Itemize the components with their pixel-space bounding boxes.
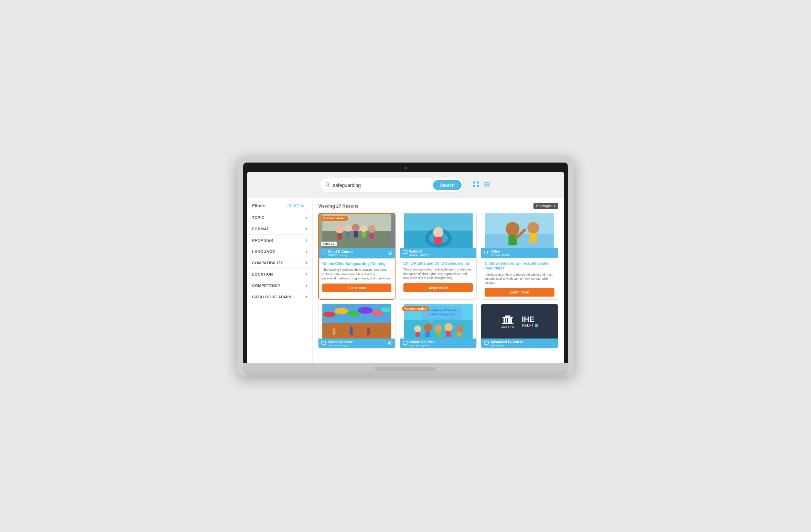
card-4-type-label: Short E-Course [328,340,353,344]
svg-rect-17 [354,231,358,237]
card-6-type-info: Advanced E-Course IHE DELFT [490,340,523,347]
svg-point-18 [360,225,367,232]
filter-format[interactable]: FORMAT ▾ [247,223,312,234]
card-4[interactable]: Short E-Course UNICEF activity [318,304,396,348]
svg-line-1 [328,185,330,186]
search-button[interactable]: Search [433,180,462,190]
card-5[interactable]: Its an Adolescent Participation and Civi… [400,304,477,348]
svg-rect-85 [510,318,512,323]
card-4-type-bar: Short E-Course UNICEF activity [318,339,395,348]
filters-header: Filters RESET ALL [247,203,312,212]
svg-rect-55 [350,326,353,335]
svg-rect-87 [505,315,510,317]
card-1-title: Online Child Safeguarding Training [322,261,391,266]
svg-point-70 [424,323,432,332]
svg-rect-43 [484,251,487,254]
filter-provider[interactable]: PROVIDER ▾ [247,234,312,246]
svg-rect-39 [509,235,517,245]
card-2-title: Child Rights and Child Safeguarding [403,261,473,266]
card-6[interactable]: UNESCO IHE DELFT [481,304,558,348]
svg-rect-78 [403,341,407,344]
card-1-learn-more[interactable]: Learn more [322,284,391,292]
chevron-down-icon: ▾ [305,215,307,220]
svg-rect-86 [502,323,513,324]
svg-point-47 [323,312,335,317]
card-4-type-sub: UNICEF activity [328,344,353,347]
svg-rect-75 [446,331,451,337]
chevron-down-icon: ▾ [305,261,307,265]
card-3-desc: Introduction on how to recruit the safes… [485,273,554,286]
filter-catalogue-admin[interactable]: CATALOGUE ADMIN ▾ [247,291,312,302]
online-icon-5 [403,341,408,346]
download-icon [388,251,392,256]
svg-point-14 [345,225,352,232]
svg-rect-84 [508,318,510,323]
svg-rect-13 [337,233,342,240]
chevron-down-icon: ▾ [305,283,307,288]
card-1-type-label: Short E-Course [328,250,353,254]
card-2[interactable]: Webinar UNICEF activity Child Rights and… [400,213,477,300]
card-3-learn-more[interactable]: Learn more [485,288,554,297]
svg-rect-7 [484,184,490,185]
recommended-badge-5: Recommended [402,306,429,311]
filter-location[interactable]: LOCATION ▾ [247,268,312,280]
download-icon-4 [388,341,392,346]
results-header: Viewing 27 Results Catalogue × [318,203,558,209]
filter-catalogue-admin-label: CATALOGUE ADMIN [252,295,291,299]
svg-rect-19 [361,232,366,237]
card-1-type-bar: Short E-Course UNICEF activity [319,248,395,258]
svg-rect-54 [333,328,335,335]
svg-point-20 [368,225,375,233]
svg-point-41 [528,222,539,234]
svg-point-38 [506,222,520,236]
chevron-down-icon: ▾ [305,272,307,277]
card-3-body: Child safeguarding - recruiting safe can… [481,258,558,299]
unicef-logo: UNICEF [321,242,337,246]
card-3-type-left: Video UNICEF activity [484,250,510,256]
results-count: Viewing 27 Results [318,203,359,209]
card-1-type-sub: UNICEF activity [328,254,353,257]
filter-competency[interactable]: COMPETENCY ▾ [247,280,312,291]
svg-point-16 [352,224,359,231]
laptop-screen: Search [247,172,564,363]
card-3[interactable]: Video UNICEF activity Child safeguarding… [481,213,558,300]
filter-language[interactable]: LANGUAGE ▾ [247,246,312,257]
card-2-type-bar: Webinar UNICEF activity [400,248,477,258]
svg-rect-73 [436,332,441,337]
filter-compatibility-label: COMPATIBILITY [252,261,283,265]
card-2-type-left: Webinar UNICEF activity [403,250,429,256]
svg-rect-37 [485,213,554,234]
list-view-button[interactable] [483,180,491,190]
svg-rect-5 [477,185,479,187]
card-6-type-left: Advanced E-Course IHE DELFT [484,340,523,347]
cards-grid: Recommended UNICEF [318,213,558,348]
card-2-type-label: Webinar [409,250,429,253]
card-6-image: UNESCO IHE DELFT [481,304,558,339]
card-2-type-info: Webinar UNICEF activity [409,250,429,256]
svg-rect-15 [346,232,349,237]
svg-point-12 [335,225,344,233]
filter-compatibility[interactable]: COMPATIBILITY ▾ [247,257,312,268]
close-badge-button[interactable]: × [553,204,555,208]
card-4-type-left: Short E-Course UNICEF activity [321,340,353,347]
card-3-type-label: Video [490,250,510,253]
svg-rect-32 [434,237,442,244]
svg-point-74 [444,323,453,331]
filter-topic[interactable]: TOPIC ▾ [247,212,312,223]
svg-rect-6 [484,182,490,183]
card-1[interactable]: Recommended UNICEF [318,213,396,300]
card-3-image [481,213,558,248]
search-input[interactable] [333,182,433,188]
card-2-learn-more[interactable]: Learn more [403,283,473,292]
card-1-body: Online Child Safeguarding Training This … [319,258,395,295]
recommended-badge: Recommended [321,216,348,221]
card-5-type-info: Online Courses UNICEF activity [409,340,435,347]
card-2-image [400,213,477,248]
grid-view-button[interactable] [472,180,480,190]
svg-rect-33 [403,251,407,254]
chevron-down-icon: ▾ [305,226,307,231]
card-6-type-bar: Advanced E-Course IHE DELFT [481,339,558,348]
svg-rect-2 [473,181,475,184]
card-1-desc: This training introduces how UNICEF can … [322,268,391,281]
reset-all-link[interactable]: RESET ALL [288,204,308,208]
